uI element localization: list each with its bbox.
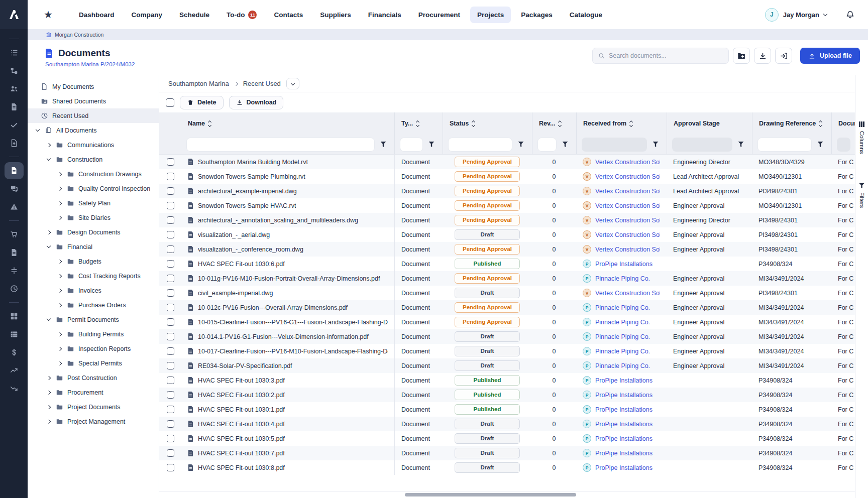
sidebar-item-communications[interactable]: Communications [28, 138, 159, 152]
document-name-cell[interactable]: Snowdon Towers Sample HVAC.rvt [181, 198, 394, 213]
hierarchy-icon[interactable] [5, 62, 24, 79]
received-from-link[interactable]: ProPipe Installations [595, 377, 653, 384]
document-name-cell[interactable]: HVAC SPEC Fit-out 1030:2.pdf [181, 388, 394, 402]
sidebar-item-recent-used[interactable]: Recent Used [28, 108, 159, 123]
chevron-right-icon[interactable] [46, 406, 52, 409]
horizontal-scrollbar-thumb[interactable] [405, 493, 576, 496]
add-folder-button[interactable] [733, 48, 750, 64]
sort-icon[interactable] [559, 121, 561, 127]
received-from-link[interactable]: Vertex Construction Solutio [595, 231, 660, 238]
document-name-cell[interactable]: architectural_-_annotation_scaling_and_m… [181, 213, 394, 227]
chevron-right-icon[interactable] [57, 275, 63, 278]
sort-icon[interactable] [630, 121, 632, 127]
chevron-right-icon[interactable] [46, 231, 52, 234]
sidebar-item-budgets[interactable]: Budgets [28, 254, 159, 269]
received-from-link[interactable]: Vertex Construction Solutio [595, 202, 660, 209]
received-from-link[interactable]: ProPipe Installations [595, 261, 653, 268]
document-name-cell[interactable]: HVAC SPEC Fit-out 1030:6.pdf [181, 257, 394, 271]
chevron-right-icon[interactable] [46, 420, 52, 423]
document-name-cell[interactable]: 10-011g-PV16-M10-Fusion-Portrait-Overall… [181, 271, 394, 286]
received-from-link[interactable]: ProPipe Installations [595, 392, 653, 399]
chevron-right-icon[interactable] [57, 202, 63, 205]
sidebar-item-inspection-reports[interactable]: Inspection Reports [28, 341, 159, 356]
document-name-cell[interactable]: HVAC SPEC Fit-out 1030:3.pdf [181, 373, 394, 388]
column-header-drawing[interactable]: Drawing Reference [752, 112, 831, 135]
trend-down-icon[interactable] [5, 380, 24, 397]
sidebar-item-quality-control-inspection[interactable]: Quality Control Inspection [28, 181, 159, 196]
row-checkbox[interactable] [167, 318, 174, 326]
table-row[interactable]: architectural_example-imperial.dwgDocume… [159, 184, 855, 198]
sidebar-item-procurement[interactable]: Procurement [28, 385, 159, 400]
nav-item-financials[interactable]: Financials [361, 7, 408, 23]
chevron-right-icon[interactable] [46, 377, 52, 380]
row-checkbox[interactable] [167, 216, 174, 224]
chevron-right-icon[interactable] [57, 289, 63, 292]
document-name-cell[interactable]: Southampton Marina Building Model.rvt [181, 155, 394, 169]
path-dropdown-button[interactable] [286, 78, 299, 89]
sidebar-item-construction[interactable]: Construction [28, 152, 159, 167]
table-row[interactable]: civil_example-imperial.dwgDocumentDraft0… [159, 286, 855, 300]
warning-icon[interactable] [5, 198, 24, 215]
search-input[interactable] [609, 52, 723, 59]
received-from-link[interactable]: Vertex Construction Solutio [595, 188, 660, 195]
notifications-bell-icon[interactable] [845, 10, 855, 20]
chevron-down-icon[interactable] [46, 319, 52, 320]
sidebar-item-site-diaries[interactable]: Site Diaries [28, 210, 159, 225]
document-name-cell[interactable]: 10-015-Clearline-Fusion---PV16-G1---Fusi… [181, 315, 394, 329]
table-row[interactable]: Southampton Marina Building Model.rvtDoc… [159, 155, 855, 169]
sidebar-item-design-documents[interactable]: Design Documents [28, 225, 159, 239]
filter-funnel-button-approval[interactable] [735, 138, 747, 151]
filter-input-rev[interactable] [537, 138, 557, 152]
chat-icon[interactable] [5, 180, 24, 197]
sidebar-item-shared-documents[interactable]: Shared Documents [28, 94, 159, 108]
sliders-icon[interactable] [5, 262, 24, 279]
column-header-type[interactable]: Ty... [394, 112, 443, 135]
received-from-link[interactable]: Pinnacle Piping Co. [595, 348, 650, 355]
filter-funnel-button-name[interactable] [377, 138, 389, 151]
columns-panel-tab[interactable]: Columns [859, 121, 865, 154]
document-name-cell[interactable]: HVAC SPEC Fit-out 1030:4.pdf [181, 417, 394, 431]
filter-input-type[interactable] [400, 138, 423, 152]
received-from-link[interactable]: Vertex Construction Solutio [595, 246, 660, 253]
table-row[interactable]: Snowdon Towers Sample Plumbing.rvtDocume… [159, 169, 855, 184]
filter-funnel-button-rev[interactable] [559, 138, 571, 151]
table-row[interactable]: HVAC SPEC Fit-out 1030:2.pdfDocumentPubl… [159, 388, 855, 402]
row-checkbox[interactable] [167, 362, 174, 369]
row-checkbox[interactable] [167, 202, 174, 209]
row-checkbox[interactable] [167, 304, 174, 311]
column-header-name[interactable]: Name [181, 112, 394, 135]
sidebar-item-construction-drawings[interactable]: Construction Drawings [28, 167, 159, 181]
filter-input-drawing[interactable] [757, 138, 812, 152]
received-from-link[interactable]: ProPipe Installations [595, 464, 653, 471]
chevron-right-icon[interactable] [57, 260, 63, 263]
nav-item-catalogue[interactable]: Catalogue [563, 7, 609, 23]
row-checkbox[interactable] [167, 275, 174, 282]
filters-panel-tab[interactable]: Filters [859, 183, 865, 208]
table-rows-icon[interactable] [5, 326, 24, 343]
table-row[interactable]: 10-011g-PV16-M10-Fusion-Portrait-Overall… [159, 271, 855, 286]
received-from-link[interactable]: ProPipe Installations [595, 421, 653, 428]
delete-button[interactable]: Delete [180, 96, 224, 109]
chevron-right-icon[interactable] [57, 347, 63, 350]
table-row[interactable]: HVAC SPEC Fit-out 1030:6.pdfDocumentPubl… [159, 257, 855, 271]
received-from-link[interactable]: Pinnacle Piping Co. [595, 304, 650, 311]
chevron-right-icon[interactable] [57, 304, 63, 307]
document-name-cell[interactable]: HVAC SPEC Fit-out 1030:5.pdf [181, 431, 394, 446]
sidebar-item-purchase-orders[interactable]: Purchase Orders [28, 298, 159, 312]
table-row[interactable]: HVAC SPEC Fit-out 1030:1.pdfDocumentPubl… [159, 402, 855, 417]
table-row[interactable]: architectural_-_annotation_scaling_and_m… [159, 213, 855, 227]
document-name-cell[interactable]: 10-012c-PV16-Fusion---Overall-Array-Dime… [181, 300, 394, 315]
select-all-checkbox[interactable] [166, 98, 174, 107]
sidebar-item-building-permits[interactable]: Building Permits [28, 327, 159, 341]
nav-item-packages[interactable]: Packages [514, 7, 559, 23]
row-checkbox[interactable] [167, 464, 174, 471]
table-row[interactable]: visualization_-_aerial.dwgDocumentDraft0… [159, 227, 855, 242]
filter-funnel-button-status[interactable] [515, 138, 527, 151]
received-from-link[interactable]: Pinnacle Piping Co. [595, 333, 650, 340]
filter-funnel-button-drawing[interactable] [814, 138, 826, 151]
chevron-down-icon[interactable] [35, 130, 41, 131]
sort-icon[interactable] [472, 121, 475, 127]
filter-funnel-button-received[interactable] [649, 138, 662, 151]
chevron-right-icon[interactable] [46, 391, 52, 394]
company-name[interactable]: Morgan Construction [55, 32, 103, 38]
